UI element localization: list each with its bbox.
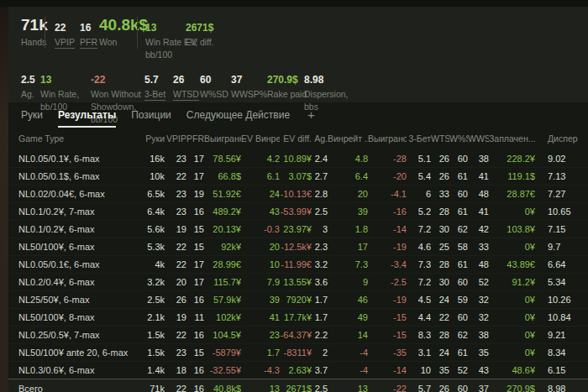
table-row[interactable]: NL50/100¥, 6-max5.3k221592k¥20-12.5k¥2.3…	[8, 238, 588, 255]
tab-bar: РукиРезультатыПозицииСледующее Действие+	[8, 102, 588, 128]
cell-wwsf: 35	[468, 348, 489, 358]
cell-won: 57.9k¥	[204, 295, 241, 305]
cell-game-type: NL0.05/0.1¥, 6-max	[18, 154, 136, 164]
cell-won: 40.8k$	[204, 384, 241, 392]
cell-wsd: 61	[449, 348, 468, 358]
cell-rake: 28.87€	[489, 189, 535, 199]
tab-hands[interactable]: Руки	[21, 102, 43, 128]
cell-wtsd: 28	[431, 259, 449, 269]
table-row[interactable]: NL0.05/0.1€, 6-max4k221728.99€10-11.99€3…	[8, 255, 588, 273]
stat-label: Win Rate EV,	[145, 37, 186, 48]
table-row[interactable]: NL50/100¥, 8-max2.1k1911102k¥4117.7k¥1.7…	[8, 308, 588, 326]
column-header-won[interactable]: Выигранно	[204, 133, 241, 144]
cell-ag: 2.5	[312, 206, 328, 217]
cell-won-wo-showdown: -2.5	[368, 277, 407, 287]
column-header-wwsf[interactable]: WWSF%	[468, 133, 489, 144]
column-header-vpip[interactable]: VPIP	[165, 133, 186, 144]
stat-label[interactable]: VPIP	[55, 37, 80, 48]
table-row[interactable]: NL0.3/0.6¥, 6-max1.4k1816-32.55¥-4.32.63…	[8, 361, 588, 379]
table-header-row: Game TypeРукиVPIPPFRВыигранноEV Винре...…	[8, 128, 588, 149]
cell-ev-winrate: 1.7	[241, 348, 280, 358]
cell-winrate: 1.8	[328, 224, 368, 234]
cell-3bet: 10	[407, 365, 431, 375]
cell-rake: 228.2¥	[489, 154, 535, 164]
stat-rake-paid: 270.9$Rake paid	[267, 73, 304, 100]
cell-rake: 48.6¥	[489, 365, 535, 375]
tab-results[interactable]: Результаты	[58, 102, 116, 128]
column-header-3bet[interactable]: 3-Бет	[407, 133, 431, 144]
stat-pfr: 16PFR	[80, 15, 99, 48]
cell-wsd: 61	[449, 259, 468, 269]
table-row[interactable]: NL25/50¥, 6-max2.5k261657.9k¥397920¥1.74…	[8, 290, 588, 308]
cell-rake: 0¥	[489, 312, 535, 322]
cell-pfr: 11	[186, 312, 204, 322]
cell-wsd: 60	[449, 312, 468, 322]
column-header-rake[interactable]: Заплачен...	[489, 133, 535, 144]
cell-pfr: 17	[186, 259, 204, 269]
cell-hands: 6.5k	[136, 189, 165, 199]
cell-game-type: NL0.05/0.1$, 6-max	[18, 171, 136, 181]
column-header-pfr[interactable]: PFR	[186, 133, 204, 144]
cell-wtsd: 28	[431, 206, 449, 217]
column-header-winrate[interactable]: Винрейт ...	[328, 133, 368, 144]
column-header-ev-diff[interactable]: EV diff.	[280, 133, 312, 144]
cell-wsd: 62	[449, 224, 468, 234]
cell-dispersion: 6.64	[535, 259, 578, 269]
table-row[interactable]: NL0.25/0.5¥, 7-max1.5k2216104.5¥23-64.37…	[8, 326, 588, 343]
stat-divider	[137, 17, 138, 49]
tab-next-action[interactable]: Следующее Действие	[186, 102, 290, 128]
table-row[interactable]: NL0.1/0.2¥, 7-max6.4k2316489.2¥43-53.99¥…	[8, 202, 588, 220]
cell-wsd: 59	[449, 295, 468, 305]
stat-label[interactable]: WTSD	[173, 89, 200, 100]
stat-label-link[interactable]: 3-Bet	[144, 89, 165, 101]
stat-label[interactable]: 3-Bet	[144, 89, 173, 100]
cell-ag: 2.8	[312, 189, 328, 199]
cell-winrate: -4	[328, 348, 368, 358]
column-header-wsd[interactable]: W%SD	[449, 133, 468, 144]
cell-hands: 1.4k	[136, 365, 165, 375]
stat-value: 60	[200, 73, 231, 87]
column-header-ag[interactable]: Ag.	[312, 133, 328, 144]
add-tab-button[interactable]: +	[305, 102, 318, 128]
column-header-wtsd[interactable]: WTSD	[431, 133, 449, 144]
cell-dispersion: 10.26	[535, 295, 578, 305]
cell-won-wo-showdown: -20	[368, 171, 407, 181]
stat-label-link[interactable]: VPIP	[55, 37, 75, 49]
cell-pfr: 15	[186, 224, 204, 234]
table-row[interactable]: NL50/100¥ ante 20, 6-max1.5k2315-5879¥1.…	[8, 343, 588, 361]
cell-3bet: 8.3	[407, 330, 431, 340]
column-header-hands[interactable]: Руки	[136, 133, 165, 144]
cell-ev-winrate: 43	[241, 206, 280, 217]
cell-hands: 1.5k	[136, 330, 165, 340]
cell-ev-diff: 10.89¥	[280, 154, 312, 164]
stat-label-link[interactable]: WTSD	[173, 89, 199, 101]
table-row[interactable]: NL0.2/0.4¥, 6-max3.2k2017115.7¥7.913.55¥…	[8, 273, 588, 290]
cell-dispersion: 8.34	[535, 348, 578, 358]
table-row[interactable]: NL0.05/0.1$, 6-max10k221766.8$6.13.07$2.…	[8, 167, 588, 185]
column-header-won-wo-showdown[interactable]: Выиграно...	[368, 133, 407, 144]
table-row[interactable]: NL0.02/0.04€, 6-max6.5k231951.92€24-10.1…	[8, 185, 588, 202]
stat-value: 22	[55, 21, 80, 35]
stat-win-rate-ev: 13Win Rate EV,bb/100	[145, 15, 186, 60]
cell-wsd: 60	[449, 384, 468, 392]
cell-wtsd: 22	[431, 312, 449, 322]
cell-winrate: 6.4	[328, 171, 368, 181]
cell-hands: 1.5k	[136, 348, 165, 358]
column-header-game-type[interactable]: Game Type	[18, 133, 136, 144]
cell-won: 104.5¥	[204, 330, 241, 340]
cell-ev-diff: 2.63¥	[280, 365, 312, 375]
stat-value: 37	[231, 73, 267, 87]
cell-wwsf: 32	[468, 312, 489, 322]
cell-wtsd: 26	[431, 154, 449, 164]
stat-label[interactable]: PFR	[80, 37, 99, 48]
stat-label-link[interactable]: PFR	[80, 37, 97, 49]
column-header-dispersion[interactable]: Дисперси...	[535, 133, 578, 144]
cell-vpip: 23	[165, 189, 186, 199]
stat-label: Won Without	[91, 89, 144, 100]
table-row[interactable]: NL0.05/0.1¥, 6-max16k231778.56¥4.210.89¥…	[8, 149, 588, 167]
tab-positions[interactable]: Позиции	[131, 102, 171, 128]
column-header-ev-winrate[interactable]: EV Винре...	[241, 133, 280, 144]
table-row[interactable]: NL0.1/0.2¥, 6-max5.6k191520.13¥-0.323.97…	[8, 220, 588, 238]
cell-ev-winrate: 41	[241, 312, 280, 322]
cell-vpip: 22	[165, 259, 186, 269]
